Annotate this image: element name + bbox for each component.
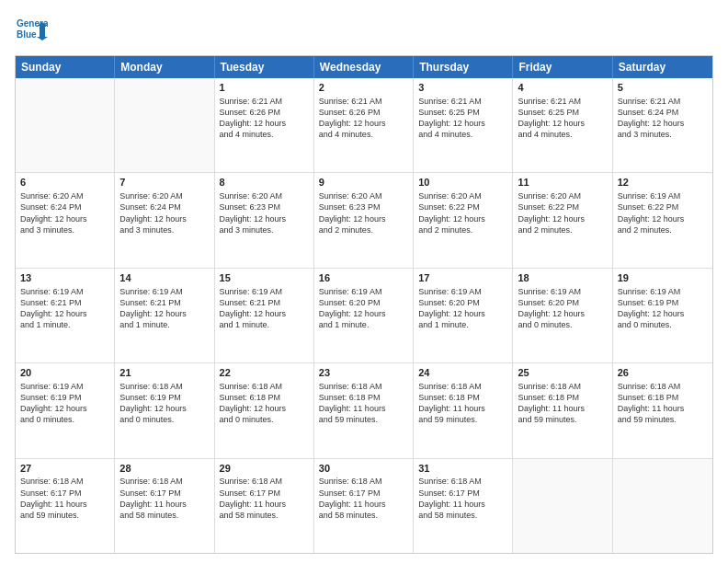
day-19: 19Sunrise: 6:19 AM Sunset: 6:19 PM Dayli… — [613, 269, 712, 362]
calendar-header-row: SundayMondayTuesdayWednesdayThursdayFrid… — [16, 56, 712, 78]
day-num-1: 1 — [220, 81, 309, 95]
day-text-13: Sunrise: 6:19 AM Sunset: 6:21 PM Dayligh… — [20, 286, 109, 331]
day-text-20: Sunrise: 6:19 AM Sunset: 6:19 PM Dayligh… — [20, 381, 109, 426]
day-8: 8Sunrise: 6:20 AM Sunset: 6:23 PM Daylig… — [215, 173, 314, 267]
header-day-friday: Friday — [513, 56, 612, 78]
day-num-23: 23 — [319, 366, 408, 380]
day-num-15: 15 — [220, 271, 309, 285]
empty-cell-4-5 — [513, 459, 612, 553]
day-text-2: Sunrise: 6:21 AM Sunset: 6:26 PM Dayligh… — [319, 96, 408, 141]
week-row-5: 27Sunrise: 6:18 AM Sunset: 6:17 PM Dayli… — [16, 459, 712, 553]
empty-cell-4-6 — [613, 459, 712, 553]
day-1: 1Sunrise: 6:21 AM Sunset: 6:26 PM Daylig… — [215, 78, 314, 172]
day-num-6: 6 — [20, 176, 109, 190]
day-28: 28Sunrise: 6:18 AM Sunset: 6:17 PM Dayli… — [115, 459, 214, 553]
day-text-9: Sunrise: 6:20 AM Sunset: 6:23 PM Dayligh… — [319, 190, 408, 236]
header-day-thursday: Thursday — [414, 56, 513, 78]
day-text-7: Sunrise: 6:20 AM Sunset: 6:24 PM Dayligh… — [119, 190, 209, 236]
day-text-23: Sunrise: 6:18 AM Sunset: 6:18 PM Dayligh… — [319, 381, 408, 426]
day-num-11: 11 — [518, 176, 607, 190]
day-num-16: 16 — [319, 271, 408, 285]
day-num-22: 22 — [220, 366, 309, 380]
day-text-6: Sunrise: 6:20 AM Sunset: 6:24 PM Dayligh… — [20, 190, 109, 236]
day-24: 24Sunrise: 6:18 AM Sunset: 6:18 PM Dayli… — [414, 363, 513, 457]
day-15: 15Sunrise: 6:19 AM Sunset: 6:21 PM Dayli… — [215, 269, 314, 362]
day-text-19: Sunrise: 6:19 AM Sunset: 6:19 PM Dayligh… — [618, 286, 708, 331]
day-num-9: 9 — [319, 176, 408, 190]
day-text-24: Sunrise: 6:18 AM Sunset: 6:18 PM Dayligh… — [418, 381, 507, 426]
day-text-22: Sunrise: 6:18 AM Sunset: 6:18 PM Dayligh… — [220, 381, 309, 426]
day-text-12: Sunrise: 6:19 AM Sunset: 6:22 PM Dayligh… — [618, 190, 708, 236]
day-9: 9Sunrise: 6:20 AM Sunset: 6:23 PM Daylig… — [314, 173, 414, 267]
calendar: SundayMondayTuesdayWednesdayThursdayFrid… — [15, 55, 713, 554]
day-text-25: Sunrise: 6:18 AM Sunset: 6:18 PM Dayligh… — [518, 381, 607, 426]
logo-svg: General Blue — [15, 15, 48, 48]
day-10: 10Sunrise: 6:20 AM Sunset: 6:22 PM Dayli… — [414, 173, 513, 267]
day-num-27: 27 — [20, 462, 109, 476]
day-3: 3Sunrise: 6:21 AM Sunset: 6:25 PM Daylig… — [414, 78, 513, 172]
header: General Blue — [15, 15, 713, 48]
day-16: 16Sunrise: 6:19 AM Sunset: 6:20 PM Dayli… — [314, 269, 414, 362]
day-5: 5Sunrise: 6:21 AM Sunset: 6:24 PM Daylig… — [613, 78, 712, 172]
day-30: 30Sunrise: 6:18 AM Sunset: 6:17 PM Dayli… — [314, 459, 414, 553]
day-num-7: 7 — [119, 176, 209, 190]
day-text-30: Sunrise: 6:18 AM Sunset: 6:17 PM Dayligh… — [319, 476, 408, 521]
day-26: 26Sunrise: 6:18 AM Sunset: 6:18 PM Dayli… — [613, 363, 712, 457]
svg-text:Blue: Blue — [17, 29, 37, 40]
day-21: 21Sunrise: 6:18 AM Sunset: 6:19 PM Dayli… — [115, 363, 214, 457]
day-num-3: 3 — [418, 81, 507, 95]
day-13: 13Sunrise: 6:19 AM Sunset: 6:21 PM Dayli… — [16, 269, 115, 362]
day-num-14: 14 — [119, 271, 209, 285]
day-14: 14Sunrise: 6:19 AM Sunset: 6:21 PM Dayli… — [115, 269, 214, 362]
day-7: 7Sunrise: 6:20 AM Sunset: 6:24 PM Daylig… — [115, 173, 214, 267]
day-num-31: 31 — [418, 462, 507, 476]
day-text-5: Sunrise: 6:21 AM Sunset: 6:24 PM Dayligh… — [618, 96, 708, 141]
svg-marker-2 — [37, 22, 48, 40]
day-num-29: 29 — [220, 462, 309, 476]
day-text-3: Sunrise: 6:21 AM Sunset: 6:25 PM Dayligh… — [418, 96, 507, 141]
calendar-body: 1Sunrise: 6:21 AM Sunset: 6:26 PM Daylig… — [16, 78, 712, 553]
day-text-18: Sunrise: 6:19 AM Sunset: 6:20 PM Dayligh… — [518, 286, 607, 331]
day-num-21: 21 — [119, 366, 209, 380]
header-day-sunday: Sunday — [16, 56, 115, 78]
day-20: 20Sunrise: 6:19 AM Sunset: 6:19 PM Dayli… — [16, 363, 115, 457]
week-row-3: 13Sunrise: 6:19 AM Sunset: 6:21 PM Dayli… — [16, 269, 712, 363]
day-num-30: 30 — [319, 462, 408, 476]
day-29: 29Sunrise: 6:18 AM Sunset: 6:17 PM Dayli… — [215, 459, 314, 553]
day-text-26: Sunrise: 6:18 AM Sunset: 6:18 PM Dayligh… — [618, 381, 708, 426]
day-18: 18Sunrise: 6:19 AM Sunset: 6:20 PM Dayli… — [513, 269, 612, 362]
empty-cell-0-0 — [16, 78, 115, 172]
day-text-31: Sunrise: 6:18 AM Sunset: 6:17 PM Dayligh… — [418, 476, 507, 521]
day-num-5: 5 — [618, 81, 708, 95]
day-text-11: Sunrise: 6:20 AM Sunset: 6:22 PM Dayligh… — [518, 190, 607, 236]
week-row-4: 20Sunrise: 6:19 AM Sunset: 6:19 PM Dayli… — [16, 363, 712, 458]
page: General Blue SundayMondayTuesdayWednesda… — [0, 0, 728, 563]
day-text-4: Sunrise: 6:21 AM Sunset: 6:25 PM Dayligh… — [518, 96, 607, 141]
day-11: 11Sunrise: 6:20 AM Sunset: 6:22 PM Dayli… — [513, 173, 612, 267]
day-31: 31Sunrise: 6:18 AM Sunset: 6:17 PM Dayli… — [414, 459, 513, 553]
day-text-27: Sunrise: 6:18 AM Sunset: 6:17 PM Dayligh… — [20, 476, 109, 521]
day-text-28: Sunrise: 6:18 AM Sunset: 6:17 PM Dayligh… — [119, 476, 209, 521]
day-22: 22Sunrise: 6:18 AM Sunset: 6:18 PM Dayli… — [215, 363, 314, 457]
day-num-4: 4 — [518, 81, 607, 95]
day-num-25: 25 — [518, 366, 607, 380]
day-text-8: Sunrise: 6:20 AM Sunset: 6:23 PM Dayligh… — [220, 190, 309, 236]
day-12: 12Sunrise: 6:19 AM Sunset: 6:22 PM Dayli… — [613, 173, 712, 267]
logo: General Blue — [15, 15, 48, 48]
day-num-13: 13 — [20, 271, 109, 285]
day-num-20: 20 — [20, 366, 109, 380]
header-day-monday: Monday — [115, 56, 214, 78]
day-num-17: 17 — [418, 271, 507, 285]
day-27: 27Sunrise: 6:18 AM Sunset: 6:17 PM Dayli… — [16, 459, 115, 553]
day-num-28: 28 — [119, 462, 209, 476]
day-num-24: 24 — [418, 366, 507, 380]
day-2: 2Sunrise: 6:21 AM Sunset: 6:26 PM Daylig… — [314, 78, 414, 172]
day-num-2: 2 — [319, 81, 408, 95]
day-17: 17Sunrise: 6:19 AM Sunset: 6:20 PM Dayli… — [414, 269, 513, 362]
day-num-18: 18 — [518, 271, 607, 285]
day-num-10: 10 — [418, 176, 507, 190]
header-day-tuesday: Tuesday — [215, 56, 314, 78]
week-row-2: 6Sunrise: 6:20 AM Sunset: 6:24 PM Daylig… — [16, 173, 712, 268]
day-num-8: 8 — [220, 176, 309, 190]
day-4: 4Sunrise: 6:21 AM Sunset: 6:25 PM Daylig… — [513, 78, 612, 172]
